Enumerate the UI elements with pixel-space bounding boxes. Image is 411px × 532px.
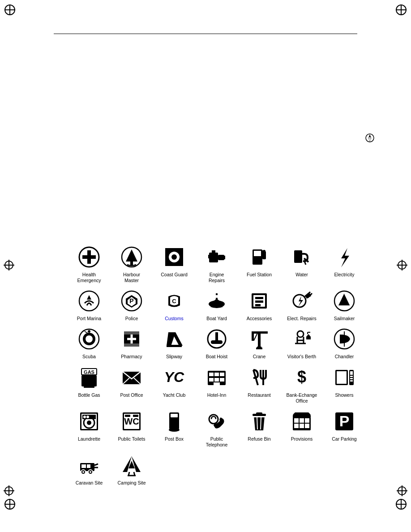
icon-item-electricity: Electricity (325, 244, 364, 283)
corner-mark-bl (4, 496, 18, 510)
icon-label-harbour-master: Harbour Master (123, 272, 140, 283)
icon-label-showers: Showers (335, 392, 354, 398)
svg-rect-115 (300, 424, 304, 428)
icon-item-water: Water (282, 244, 321, 283)
icon-label-pharmacy: Pharmacy (121, 354, 142, 360)
icon-symbol-port-marina (76, 288, 102, 314)
icon-label-caravan-site: Caravan Site (76, 480, 103, 486)
icon-symbol-hotel-inn (204, 365, 230, 390)
corner-mark-br (393, 496, 407, 510)
icon-item-provisions: Provisions (282, 408, 321, 448)
svg-rect-100 (133, 415, 138, 417)
icon-symbol-laundrette (76, 408, 102, 434)
svg-rect-118 (293, 415, 311, 418)
icon-item-engine-repairs: Engine Repairs (197, 244, 236, 283)
icon-item-car-parking: P Car Parking (325, 408, 364, 448)
svg-text:GAS: GAS (84, 369, 94, 375)
icon-label-yacht-club: Yacht Club (163, 392, 186, 398)
icon-item-camping-site: Camping Site (112, 452, 151, 486)
svg-rect-117 (305, 424, 309, 428)
icon-item-elect-repairs: Elect. Repairs (282, 288, 321, 322)
icon-item-pharmacy: Pharmacy (112, 326, 151, 360)
svg-point-42 (86, 335, 93, 343)
icon-label-customs: Customs (165, 316, 183, 322)
icon-symbol-bank-exchange: $ (289, 365, 315, 390)
svg-line-109 (257, 417, 257, 429)
svg-marker-47 (172, 332, 183, 346)
svg-rect-113 (294, 424, 299, 428)
svg-rect-116 (305, 418, 309, 423)
svg-rect-34 (255, 297, 263, 299)
icon-symbol-coast-guard (161, 244, 187, 270)
icon-symbol-engine-repairs (204, 244, 230, 270)
svg-rect-86 (350, 376, 353, 377)
icon-symbol-police: P (119, 288, 145, 314)
svg-point-128 (82, 471, 84, 473)
svg-rect-12 (209, 253, 218, 262)
svg-text:$: $ (297, 368, 306, 386)
svg-rect-18 (254, 251, 261, 256)
icon-item-port-marina: Port Marina (69, 288, 109, 322)
icon-symbol-fuel-station (246, 244, 272, 270)
icon-item-fuel-station: Fuel Station (240, 244, 279, 283)
svg-point-129 (90, 471, 91, 473)
icon-label-car-parking: Car Parking (332, 436, 356, 442)
side-mark-left (4, 260, 14, 270)
svg-rect-48 (167, 345, 182, 347)
icon-grid: Health Emergency Harbour Master Coast Gu… (69, 244, 365, 486)
svg-text:P: P (129, 297, 133, 305)
svg-rect-54 (252, 331, 254, 340)
top-line (54, 34, 357, 34)
icon-symbol-caravan-site (76, 452, 102, 478)
svg-rect-85 (350, 371, 353, 375)
icon-item-restaurant: Restaurant (240, 365, 279, 404)
svg-rect-16 (222, 256, 225, 259)
icon-label-bottle-gas: Bottle Gas (78, 392, 100, 398)
icon-symbol-water (289, 244, 315, 270)
icon-label-scuba: Scuba (82, 354, 96, 360)
svg-marker-2 (368, 138, 371, 142)
svg-marker-23 (341, 248, 349, 267)
icon-label-public-toilets: Public Toilets (118, 436, 145, 442)
icon-symbol-customs: C (161, 288, 187, 314)
icon-symbol-provisions (289, 408, 315, 434)
icon-label-laundrette: Laundrette (78, 436, 100, 442)
icon-symbol-showers (331, 365, 357, 390)
icon-symbol-bottle-gas: GAS (76, 365, 102, 390)
side-mark-left-bottom (4, 485, 14, 496)
svg-rect-66 (84, 386, 94, 388)
icon-symbol-yacht-club: YC (161, 365, 187, 390)
svg-rect-30 (216, 293, 218, 303)
svg-rect-56 (256, 348, 262, 349)
svg-rect-22 (294, 250, 302, 263)
icon-item-yacht-club: YC Yacht Club (154, 365, 194, 404)
icon-item-customs: C Customs (154, 288, 194, 322)
icon-label-health-emergency: Health Emergency (77, 272, 101, 283)
icon-symbol-crane (246, 326, 272, 352)
icon-item-bank-exchange: $ Bank-Echange Office (282, 365, 321, 404)
svg-rect-123 (87, 464, 90, 468)
svg-rect-51 (211, 340, 223, 344)
svg-rect-88 (350, 380, 353, 382)
svg-rect-36 (255, 304, 261, 306)
icon-item-showers: Showers (325, 365, 364, 404)
icon-item-laundrette: Laundrette (69, 408, 109, 448)
compass-icon (365, 133, 374, 142)
icon-label-visitors-berth: Visitor's Berth (287, 354, 316, 360)
svg-text:YC: YC (164, 369, 184, 385)
icon-item-hotel-inn: Hotel-Inn (197, 365, 236, 404)
svg-rect-76 (214, 378, 219, 382)
icon-item-visitors-berth: Visitor's Berth (282, 326, 321, 360)
svg-line-126 (94, 464, 98, 465)
icon-item-public-telephone: Public Telephone (197, 408, 236, 448)
icon-item-coast-guard: Coast Guard (154, 244, 194, 283)
svg-point-57 (297, 331, 304, 337)
icon-item-boat-hoist: Boat Hoist (197, 326, 236, 360)
svg-rect-104 (173, 428, 176, 431)
icon-item-slipway: Slipway (154, 326, 194, 360)
corner-mark-tr (393, 4, 407, 18)
icon-item-boat-yard: Boat Yard (197, 288, 236, 322)
svg-rect-108 (254, 416, 265, 417)
icon-label-bank-exchange: Bank-Echange Office (287, 392, 317, 404)
icon-label-coast-guard: Coast Guard (161, 272, 188, 278)
